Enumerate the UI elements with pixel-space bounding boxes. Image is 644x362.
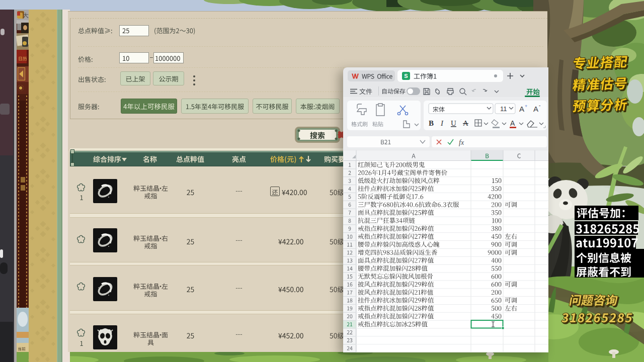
svg-text:-: -	[539, 103, 540, 108]
svg-text:A: A	[463, 119, 468, 127]
svg-text:fx: fx	[459, 139, 464, 146]
svg-text:A: A	[519, 105, 524, 113]
svg-text:+: +	[525, 104, 527, 109]
svg-text:I: I	[440, 119, 444, 127]
svg-text:11: 11	[500, 105, 507, 113]
svg-text:A: A	[510, 119, 515, 127]
svg-text:U: U	[451, 119, 456, 127]
svg-text:A: A	[533, 105, 538, 113]
svg-text:B: B	[429, 119, 434, 127]
